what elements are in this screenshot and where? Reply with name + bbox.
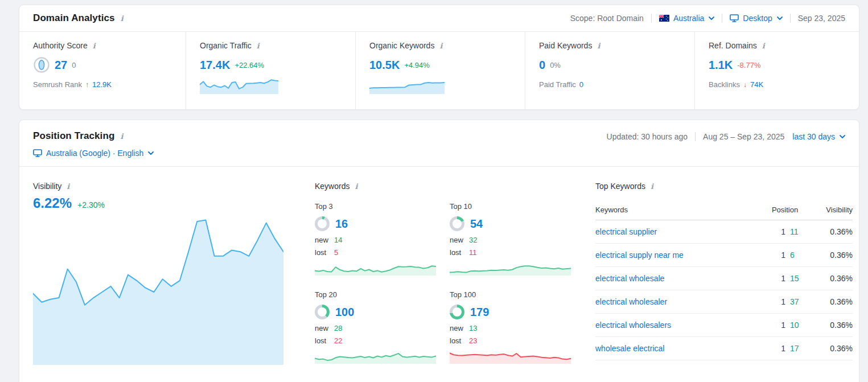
top10-new-count[interactable]: 32 (469, 236, 477, 244)
new-label: new (315, 236, 334, 244)
divider (790, 14, 791, 23)
organic-keywords-value[interactable]: 10.5K (369, 59, 400, 72)
top3-lost-count[interactable]: 5 (334, 248, 338, 257)
position-value: 1 (771, 297, 785, 306)
position-tracking-card: Position Tracking i Updated: 30 hours ag… (19, 120, 859, 382)
info-icon[interactable]: i (596, 42, 601, 50)
top10-lost-count[interactable]: 11 (469, 248, 477, 257)
top-keywords-label: Top Keywords (595, 182, 645, 191)
keyword-link[interactable]: electrical supply near me (595, 250, 684, 260)
chevron-down-icon (840, 135, 845, 138)
visibility-value: 0.36% (803, 250, 853, 260)
info-icon[interactable]: i (120, 14, 125, 23)
metric-authority-score: Authority Score i 27 0 Semrush Rank ↑ 12… (19, 32, 186, 109)
top20-new-count[interactable]: 28 (334, 324, 342, 332)
info-icon[interactable]: i (438, 42, 443, 50)
col-header-position: Position (762, 206, 803, 214)
visibility-area-chart[interactable] (33, 219, 283, 365)
new-label: new (315, 324, 334, 332)
top-keywords-table: Keywords Position Visibility electrical … (595, 200, 853, 360)
position-value: 1 (771, 344, 785, 353)
top100-lost-count[interactable]: 23 (469, 336, 477, 345)
info-icon[interactable]: i (353, 182, 359, 191)
table-row: electrical supplier 111 0.36% (595, 220, 853, 244)
metric-paid-keywords: Paid Keywords i 0 0% Paid Traffic 0 (525, 32, 694, 109)
top10-sparkline (450, 261, 571, 276)
keyword-link[interactable]: electrical wholesaler (595, 297, 667, 306)
visibility-value: 0.36% (803, 227, 853, 236)
lost-label: lost (315, 248, 334, 257)
keyword-link[interactable]: electrical wholesalers (595, 321, 671, 330)
visibility-label: Visibility (33, 182, 61, 191)
position-tracking-title: Position Tracking (33, 130, 114, 142)
authority-gauge-icon (33, 56, 50, 73)
ref-domains-value[interactable]: 1.1K (709, 59, 733, 72)
top3-donut-chart (315, 216, 330, 231)
lost-label: lost (315, 336, 334, 345)
locale-selector[interactable]: Australia (Google) · English (33, 149, 845, 158)
table-row: electrical supply near me 16 0.36% (595, 244, 853, 267)
top20-count[interactable]: 100 (335, 306, 354, 319)
date-range-selector-label: last 30 days (792, 132, 835, 141)
position-delta: 10 (790, 321, 803, 330)
info-icon[interactable]: i (92, 42, 97, 50)
date-range-label: Aug 25 – Sep 23, 2025 (703, 132, 784, 141)
top100-count[interactable]: 179 (470, 306, 489, 319)
top100-donut-chart (450, 305, 464, 319)
keyword-link[interactable]: electrical supplier (595, 227, 657, 236)
position-value: 1 (771, 250, 785, 260)
table-header-row: Keywords Position Visibility (595, 200, 853, 220)
keyword-link[interactable]: electrical wholesale (595, 274, 664, 283)
info-icon[interactable]: i (761, 42, 766, 50)
info-icon[interactable]: i (65, 182, 71, 191)
bucket-label: Top 100 (450, 290, 572, 299)
date-range-selector[interactable]: last 30 days (792, 132, 845, 141)
position-delta: 17 (790, 344, 803, 353)
visibility-section: Visibility i 6.22% +2.30% (33, 182, 303, 365)
scope-label: Scope: Root Domain (570, 14, 644, 23)
keyword-link[interactable]: wholesale electrical (595, 344, 664, 353)
top100-new-count[interactable]: 13 (469, 324, 477, 332)
organic-traffic-delta: +22.64% (235, 61, 264, 69)
semrush-rank-value[interactable]: 12.9K (92, 80, 112, 89)
report-date: Sep 23, 2025 (798, 14, 845, 23)
paid-traffic-value[interactable]: 0 (579, 80, 583, 89)
divider (695, 132, 696, 141)
divider (722, 14, 722, 23)
position-value: 1 (771, 227, 785, 236)
up-arrow-icon: ↑ (85, 81, 89, 89)
authority-score-delta: 0 (72, 61, 76, 69)
domain-analytics-title: Domain Analytics (33, 13, 115, 24)
authority-score-value: 27 (55, 59, 67, 72)
backlinks-value[interactable]: 74K (750, 80, 763, 89)
info-icon[interactable]: i (256, 42, 261, 50)
top100-sparkline (450, 349, 571, 364)
device-selector[interactable]: Desktop (730, 14, 782, 23)
keywords-section: Keywords i Top 3 16 new14 lost5 (315, 182, 582, 364)
metric-label: Ref. Domains (709, 41, 757, 50)
metric-ref-domains: Ref. Domains i 1.1K -8.77% Backlinks ↓ 7… (694, 32, 859, 109)
new-label: new (450, 324, 469, 332)
metric-organic-keywords: Organic Keywords i 10.5K +4.94% (355, 32, 525, 109)
info-icon[interactable]: i (649, 182, 655, 191)
domain-analytics-card: Domain Analytics i Scope: Root Domain (19, 5, 859, 110)
top10-count[interactable]: 54 (470, 217, 483, 231)
metric-label: Authority Score (33, 41, 88, 50)
visibility-value: 0.36% (803, 297, 853, 306)
paid-keywords-value: 0 (539, 59, 545, 72)
top3-count[interactable]: 16 (335, 217, 348, 231)
top20-lost-count[interactable]: 22 (334, 336, 342, 345)
info-icon[interactable]: i (119, 132, 124, 141)
col-header-visibility: Visibility (803, 206, 853, 214)
position-value: 1 (771, 274, 785, 283)
organic-traffic-value[interactable]: 17.4K (200, 59, 230, 72)
visibility-value: 0.36% (803, 321, 853, 330)
bucket-top100: Top 100 179 new13 lost23 (450, 290, 572, 364)
col-header-keywords: Keywords (595, 206, 762, 214)
country-label: Australia (673, 14, 704, 23)
top3-new-count[interactable]: 14 (334, 236, 342, 244)
country-selector[interactable]: Australia (659, 14, 714, 23)
position-delta: 15 (790, 274, 803, 283)
page: Domain Analytics i Scope: Root Domain (0, 0, 868, 382)
table-row: wholesale electrical 117 0.36% (595, 337, 853, 360)
